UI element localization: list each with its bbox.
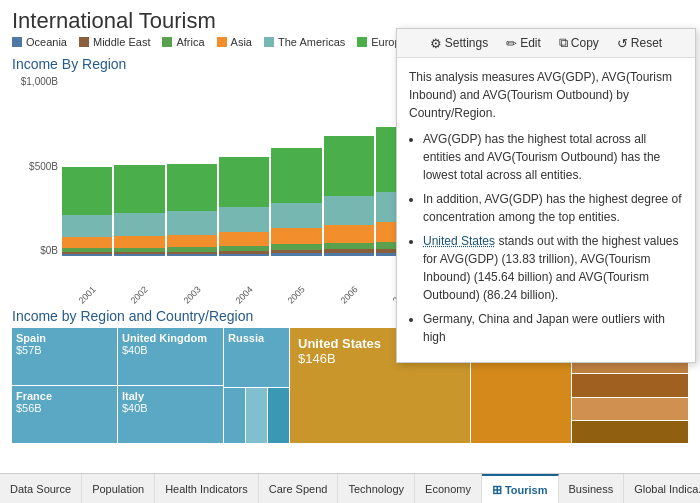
legend-color-europe — [357, 37, 367, 47]
settings-label: Settings — [445, 36, 488, 50]
treemap-small-cell-2[interactable] — [268, 388, 289, 443]
bar-segment-europe — [324, 136, 374, 196]
tab-care-spend[interactable]: Care Spend — [259, 474, 339, 503]
tab-label: Technology — [348, 483, 404, 495]
legend-label-oceania: Oceania — [26, 36, 67, 48]
tab-health-indicators[interactable]: Health Indicators — [155, 474, 259, 503]
bar-segment-oceania — [219, 254, 269, 256]
bar-group-1[interactable] — [62, 76, 112, 256]
y-label-mid: $500B — [29, 161, 58, 172]
bar-segment-europe — [114, 165, 164, 214]
legend-item-asia: Asia — [217, 36, 252, 48]
tab-label: Care Spend — [269, 483, 328, 495]
treemap-small-cell-6-2[interactable] — [572, 374, 688, 396]
bottom-tabs: Data SourcePopulationHealth IndicatorsCa… — [0, 473, 700, 503]
y-label-bottom: $0B — [40, 245, 58, 256]
tab-data-source[interactable]: Data Source — [0, 474, 82, 503]
tab-economy[interactable]: Economy — [415, 474, 482, 503]
edit-icon: ✏ — [506, 36, 517, 51]
tab-population[interactable]: Population — [82, 474, 155, 503]
bar-group-3[interactable] — [167, 76, 217, 256]
bar-segment-americas — [324, 196, 374, 224]
tab-business[interactable]: Business — [559, 474, 625, 503]
tab-technology[interactable]: Technology — [338, 474, 415, 503]
legend-color-africa — [162, 37, 172, 47]
settings-icon: ⚙ — [430, 36, 442, 51]
bar-segment-americas — [271, 203, 321, 229]
bar-segment-americas — [62, 215, 112, 237]
bullet-3: United States stands out with the highes… — [423, 232, 683, 304]
reset-icon: ↺ — [617, 36, 628, 51]
tab-label: Global Indica... — [634, 483, 700, 495]
treemap-small-cell-0[interactable] — [224, 388, 245, 443]
tab-label: Health Indicators — [165, 483, 248, 495]
bar-segment-americas — [167, 211, 217, 235]
analysis-popup: ⚙ Settings ✏ Edit ⧉ Copy ↺ Reset This an… — [396, 28, 696, 363]
legend-label-middle-east: Middle East — [93, 36, 150, 48]
bar-segment-asia — [62, 237, 112, 248]
copy-button[interactable]: ⧉ Copy — [551, 31, 607, 55]
bullet-4: Germany, China and Japan were outliers w… — [423, 310, 683, 346]
legend-item-oceania: Oceania — [12, 36, 67, 48]
bar-segment-asia — [271, 228, 321, 244]
bar-segment-europe — [219, 157, 269, 208]
bar-segment-asia — [114, 236, 164, 248]
reset-label: Reset — [631, 36, 662, 50]
treemap-small-cell-6-3[interactable] — [572, 398, 688, 420]
bar-segment-europe — [62, 167, 112, 215]
bar-segment-americas — [219, 207, 269, 232]
bar-segment-asia — [219, 232, 269, 246]
bar-segment-oceania — [271, 253, 321, 256]
bar-segment-americas — [114, 213, 164, 236]
bar-segment-europe — [271, 148, 321, 203]
united-states-link[interactable]: United States — [423, 234, 495, 248]
tab-label: Data Source — [10, 483, 71, 495]
bullet-2: In addition, AVG(GDP) has the highest de… — [423, 190, 683, 226]
treemap-small-row — [224, 388, 289, 443]
bar-group-6[interactable] — [324, 76, 374, 256]
tab-tourism[interactable]: ⊞Tourism — [482, 474, 559, 503]
popup-content: This analysis measures AVG(GDP), AVG(Tou… — [397, 58, 695, 362]
treemap-col-2: United Kingdom$40BItaly$40B — [118, 328, 223, 443]
tab-label: Economy — [425, 483, 471, 495]
main-container: International Tourism Oceania Middle Eas… — [0, 0, 700, 447]
tab-label: Tourism — [505, 484, 548, 496]
legend-color-asia — [217, 37, 227, 47]
bullet-1: AVG(GDP) has the highest total across al… — [423, 130, 683, 184]
bar-group-4[interactable] — [219, 76, 269, 256]
bar-group-2[interactable] — [114, 76, 164, 256]
tab-global-indica-[interactable]: Global Indica... — [624, 474, 700, 503]
treemap-cell-united-kingdom[interactable]: United Kingdom$40B — [118, 328, 223, 385]
legend-item-americas: The Americas — [264, 36, 345, 48]
bar-segment-oceania — [62, 254, 112, 256]
popup-bullets: AVG(GDP) has the highest total across al… — [409, 130, 683, 346]
legend-item-middle-east: Middle East — [79, 36, 150, 48]
legend-item-africa: Africa — [162, 36, 204, 48]
legend-label-americas: The Americas — [278, 36, 345, 48]
edit-label: Edit — [520, 36, 541, 50]
treemap-cell-russia[interactable]: Russia — [224, 328, 289, 387]
treemap-cell-italy[interactable]: Italy$40B — [118, 386, 223, 443]
popup-toolbar: ⚙ Settings ✏ Edit ⧉ Copy ↺ Reset — [397, 29, 695, 58]
bar-segment-oceania — [167, 254, 217, 256]
treemap-small-cell-1[interactable] — [246, 388, 267, 443]
treemap-small-cell-6-4[interactable] — [572, 421, 688, 443]
tab-label: Business — [569, 483, 614, 495]
bar-segment-europe — [167, 164, 217, 211]
settings-button[interactable]: ⚙ Settings — [422, 32, 496, 55]
y-label-top: $1,000B — [21, 76, 58, 87]
y-axis: $1,000B $500B $0B — [12, 76, 62, 256]
bar-segment-asia — [167, 235, 217, 247]
tab-label: Population — [92, 483, 144, 495]
reset-button[interactable]: ↺ Reset — [609, 32, 670, 55]
treemap-col-3: Russia — [224, 328, 289, 443]
edit-button[interactable]: ✏ Edit — [498, 32, 549, 55]
treemap-cell-france[interactable]: France$56B — [12, 386, 117, 443]
treemap-cell-spain[interactable]: Spain$57B — [12, 328, 117, 385]
bar-segment-asia — [324, 225, 374, 243]
popup-description: This analysis measures AVG(GDP), AVG(Tou… — [409, 68, 683, 122]
copy-label: Copy — [571, 36, 599, 50]
legend-color-americas — [264, 37, 274, 47]
bar-group-5[interactable] — [271, 76, 321, 256]
legend-color-oceania — [12, 37, 22, 47]
